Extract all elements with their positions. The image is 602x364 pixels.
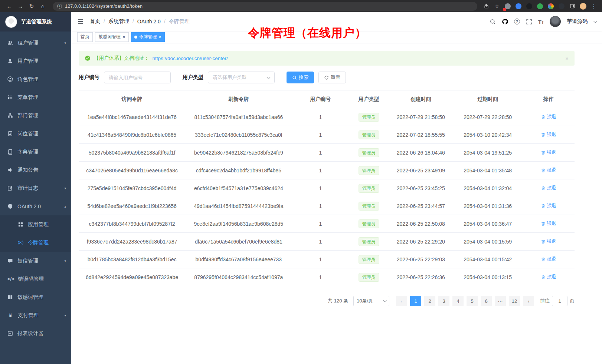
page-button-6[interactable]: 6 [481,296,492,306]
sidebar-item-error-code[interactable]: </> 错误码管理 [0,270,71,288]
search-icon [292,75,297,80]
sidebar-item-menu[interactable]: 菜单管理 [0,88,71,106]
help-icon[interactable]: ? [514,19,520,24]
force-logout-button[interactable]: 强退 [541,220,556,227]
page-button-1[interactable]: 1 [410,296,421,306]
fullscreen-icon[interactable] [526,19,532,25]
chevron-up-icon: ▴ [64,205,66,208]
share-icon[interactable] [482,3,490,10]
oauth-shield-icon [7,203,13,209]
url-text: 127.0.0.1:1024/system/oauth2/token [65,4,143,9]
app-logo[interactable]: 芋道管理系统 [0,12,71,32]
sidebar-item-oauth-app[interactable]: 应用管理 [0,215,71,234]
page-button-3[interactable]: 3 [438,296,449,306]
trash-icon [541,275,546,279]
tab-token[interactable]: 令牌管理 [131,32,165,42]
force-logout-button[interactable]: 强退 [541,274,556,280]
tags-view: 首页 敏感词管理 令牌管理 [71,31,602,43]
force-logout-button[interactable]: 强退 [541,202,556,209]
sidebar-item-payment[interactable]: ¥ 支付管理 ▾ [0,306,71,324]
split-view-icon[interactable] [569,3,576,10]
breadcrumb-system[interactable]: 系统管理 [108,18,134,25]
page-button-5[interactable]: 5 [467,296,478,306]
sidebar-item-audit-log[interactable]: 审计日志 ▾ [0,179,71,197]
sidebar-item-post[interactable]: 岗位管理 [0,125,71,143]
goto-page-input[interactable] [552,296,567,306]
user-type-tag: 管理员 [359,273,379,282]
sidebar-item-sensitive-word[interactable]: 敏感词管理 [0,288,71,306]
trash-icon [541,239,546,244]
extension-2-icon[interactable] [515,3,522,10]
sidebar-item-dept[interactable]: 部门管理 [0,106,71,125]
extension-1-icon[interactable] [504,3,511,10]
next-page-button[interactable]: › [523,296,534,306]
user-caret-icon[interactable] [593,19,597,23]
sidebar-item-report-designer[interactable]: 报表设计器 [0,324,71,343]
table-row: c342377bf8b344799dcbf7bf095287f2 9ce8ef2… [79,215,575,233]
user-icon [7,58,13,64]
active-dot [134,36,137,39]
reload-icon[interactable]: ↻ [27,1,36,11]
user-type-select[interactable]: 请选择用户类型 [208,72,275,83]
page-size-select[interactable]: 10条/页 [353,296,389,306]
alert-close-icon[interactable] [565,55,569,62]
browser-profile-avatar[interactable] [579,3,587,10]
more-pages-button[interactable]: ··· [495,296,506,306]
font-size-icon[interactable]: TT [538,19,544,25]
sidebar-item-role[interactable]: 角色管理 [0,70,71,88]
bookmark-star-icon[interactable]: ☆ [493,3,501,10]
home-icon[interactable]: ⌂ [38,1,48,11]
sidebar-item-oauth-token[interactable]: 令牌管理 [0,234,71,252]
page-button-12[interactable]: 12 [509,296,520,306]
force-logout-button[interactable]: 强退 [541,131,556,138]
forward-icon[interactable]: → [16,1,25,11]
extension-3-icon[interactable] [526,3,533,10]
search-button[interactable]: 搜索 [287,72,314,83]
user-avatar[interactable] [550,16,561,27]
user-type-tag: 管理员 [359,166,379,175]
address-bar[interactable]: i 127.0.0.1:1024/system/oauth2/token [53,2,477,11]
user-type-label: 用户类型 [183,74,203,81]
force-logout-button[interactable]: 强退 [541,238,556,245]
breadcrumb-current: 令牌管理 [169,18,190,25]
prev-page-button[interactable]: ‹ [396,296,407,306]
user-id-input[interactable] [104,72,171,83]
sidebar-menu: 租户管理 ▾ 用户管理 角色管理 菜单管理 部门管理 岗位管理 [0,32,71,364]
page-button-2[interactable]: 2 [424,296,435,306]
user-type-tag: 管理员 [359,130,379,139]
extension-6-icon[interactable] [558,3,565,10]
sidebar-item-sms[interactable]: 短信管理 ▾ [0,252,71,270]
sidebar-item-dict[interactable]: 字典管理 [0,143,71,161]
back-icon[interactable]: ← [4,1,14,11]
trash-icon [541,203,546,208]
table-row: 275e5de9151045fe87cbdc395e004f4d e6cfd40… [79,179,575,197]
sidebar-item-notice[interactable]: 通知公告 [0,161,71,179]
close-icon[interactable] [122,34,125,40]
tab-sensitive-word[interactable]: 敏感词管理 [95,32,129,42]
extension-4-icon[interactable] [536,3,544,10]
overflow-menu-icon[interactable]: ⋮ [590,3,598,10]
force-logout-button[interactable]: 强退 [541,185,556,191]
extension-5-icon[interactable] [547,3,554,10]
user-type-tag: 管理员 [359,255,379,264]
sidebar-item-oauth[interactable]: OAuth 2.0 ▴ [0,197,71,215]
breadcrumb-home[interactable]: 首页 [90,18,105,25]
alert-doc-link[interactable]: https://doc.iocoder.cn/user-center/ [153,56,228,61]
force-logout-button[interactable]: 强退 [541,167,556,173]
close-icon[interactable] [159,34,162,40]
page-button-4[interactable]: 4 [452,296,464,306]
tab-home[interactable]: 首页 [77,32,93,42]
force-logout-button[interactable]: 强退 [541,113,556,120]
token-broadcast-icon [18,240,23,245]
github-icon[interactable] [502,19,508,25]
sidebar-item-tenant[interactable]: 租户管理 ▾ [0,34,71,52]
site-info-icon[interactable]: i [57,4,62,9]
search-icon[interactable] [490,19,496,25]
hamburger-icon[interactable] [77,18,84,25]
reset-button[interactable]: 重置 [318,72,346,83]
sidebar-item-user[interactable]: 用户管理 [0,52,71,70]
breadcrumb-oauth[interactable]: OAuth 2.0 [137,19,166,24]
user-type-tag: 管理员 [359,237,379,246]
force-logout-button[interactable]: 强退 [541,256,556,262]
force-logout-button[interactable]: 强退 [541,149,556,156]
